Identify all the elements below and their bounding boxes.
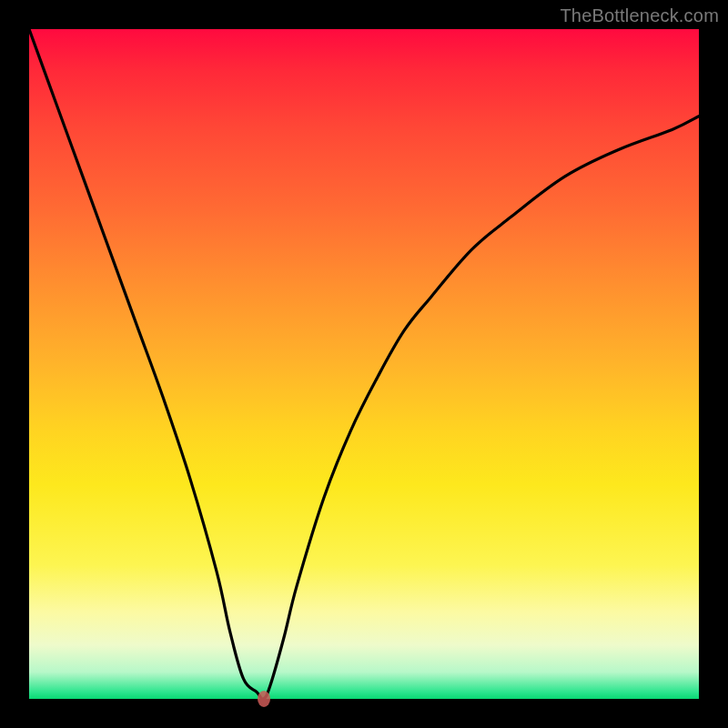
plot-area bbox=[29, 29, 699, 699]
curve-svg bbox=[29, 29, 699, 699]
watermark-text: TheBottleneck.com bbox=[560, 5, 719, 26]
bottleneck-curve bbox=[29, 29, 699, 699]
optimal-point-marker bbox=[258, 691, 270, 707]
chart-frame: TheBottleneck.com bbox=[0, 0, 728, 728]
